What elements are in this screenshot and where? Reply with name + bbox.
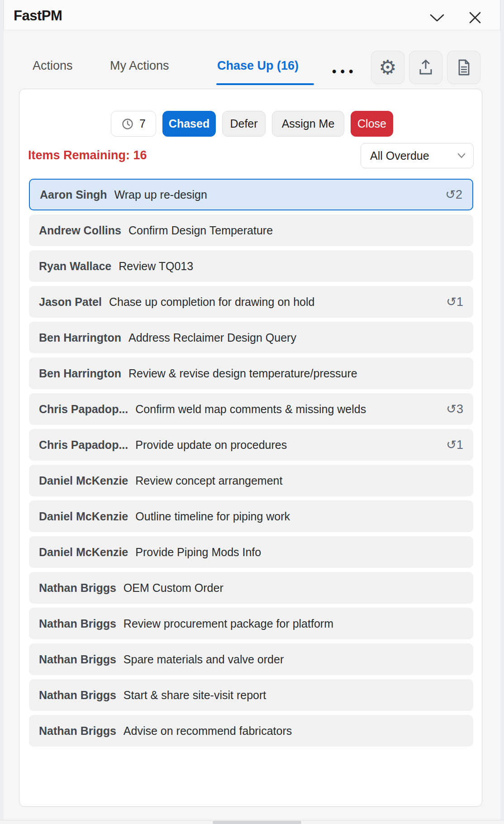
clock-icon [121, 118, 134, 130]
task-text: Review & revise design temperature/press… [128, 367, 463, 380]
list-item[interactable]: Nathan BriggsSpare materials and valve o… [29, 643, 473, 675]
chase-timer-count: 7 [139, 117, 146, 130]
task-text: Advise on recommend fabricators [124, 724, 463, 738]
app-title: FastPM [14, 8, 62, 24]
share-export-button[interactable] [409, 51, 442, 84]
task-text: Review TQ013 [119, 260, 463, 273]
list-item[interactable]: Aaron SinghWrap up re-design↺2 [29, 179, 473, 210]
assignee-name: Daniel McKenzie [39, 474, 128, 487]
assignee-name: Aaron Singh [40, 188, 107, 201]
task-text: Spare materials and valve order [124, 653, 463, 666]
chased-button[interactable]: Chased [162, 111, 216, 137]
tab-my-actions[interactable]: My Actions [110, 59, 169, 73]
assignee-name: Daniel McKenzie [39, 510, 128, 523]
overdue-filter-dropdown[interactable]: All Overdue [361, 143, 474, 168]
task-text: Provide Piping Mods Info [135, 546, 463, 559]
active-tab-underline [216, 83, 314, 85]
document-icon [454, 58, 473, 77]
list-item[interactable]: Nathan BriggsAdvise on recommend fabrica… [29, 715, 473, 747]
list-item[interactable]: Ryan WallaceReview TQ013 [29, 250, 473, 282]
list-item[interactable]: Daniel McKenzieReview concept arrangemen… [29, 465, 473, 496]
assignee-name: Jason Patel [39, 295, 102, 309]
scrollbar-thumb[interactable] [213, 821, 301, 824]
close-icon [468, 11, 482, 24]
assignee-name: Nathan Briggs [39, 689, 116, 702]
task-text: Review concept arrangement [135, 474, 463, 487]
share-upload-icon [416, 58, 435, 77]
app-root: FastPM Actions My Actions Chase Up (16) … [0, 0, 504, 824]
dropdown-chevron-icon [457, 152, 466, 159]
task-text: Confirm Design Temperature [128, 224, 463, 237]
settings-button[interactable]: ⚙ [371, 51, 404, 84]
list-item[interactable]: Ben HarringtonAddress Reclaimer Design Q… [29, 322, 473, 353]
assignee-name: Ben Harrington [39, 367, 121, 380]
chase-count-badge: ↺1 [446, 295, 463, 309]
gear-icon: ⚙ [379, 57, 396, 77]
assignee-name: Chris Papadop... [39, 403, 128, 416]
list-item[interactable]: Nathan BriggsOEM Custom Order [29, 572, 473, 604]
list-item[interactable]: Nathan BriggsStart & share site-visit re… [29, 679, 473, 711]
assignee-name: Nathan Briggs [39, 724, 116, 738]
chase-count-badge: ↺3 [446, 402, 463, 416]
task-text: Provide update on procedures [135, 438, 446, 452]
list-item[interactable]: Jason PatelChase up completion for drawi… [29, 286, 473, 318]
overdue-filter-value: All Overdue [370, 149, 457, 162]
horizontal-scrollbar[interactable] [0, 820, 504, 824]
chase-count-badge: ↺2 [445, 187, 462, 202]
assignee-name: Nathan Briggs [39, 653, 116, 666]
assignee-name: Andrew Collins [39, 224, 121, 237]
chevron-down-icon [429, 12, 445, 23]
more-tabs-button[interactable]: ••• [332, 65, 357, 79]
assignee-name: Nathan Briggs [39, 581, 116, 595]
tab-chase-up[interactable]: Chase Up (16) [217, 59, 299, 73]
assignee-name: Nathan Briggs [39, 617, 116, 630]
items-remaining-label: Items Remaining: 16 [28, 148, 147, 162]
assignee-name: Chris Papadop... [39, 438, 128, 452]
task-text: Start & share site-visit report [124, 689, 463, 702]
defer-button[interactable]: Defer [222, 111, 266, 137]
chase-up-list: Aaron SinghWrap up re-design↺2Andrew Col… [29, 179, 473, 751]
list-item[interactable]: Chris Papadop...Confirm weld map comment… [29, 393, 473, 425]
action-bar: 7 Chased Defer Assign Me Close [0, 111, 504, 137]
close-item-button[interactable]: Close [351, 111, 393, 137]
assignee-name: Ben Harrington [39, 331, 121, 344]
tab-actions[interactable]: Actions [33, 59, 73, 73]
task-text: Chase up completion for drawing on hold [109, 295, 446, 309]
task-text: Confirm weld map comments & missing weld… [135, 403, 446, 416]
report-button[interactable] [447, 51, 480, 84]
list-item[interactable]: Daniel McKenzieProvide Piping Mods Info [29, 536, 473, 568]
list-item[interactable]: Andrew CollinsConfirm Design Temperature [29, 214, 473, 246]
task-text: Wrap up re-design [114, 188, 446, 201]
list-item[interactable]: Chris Papadop...Provide update on proced… [29, 429, 473, 461]
task-text: Address Reclaimer Design Query [128, 331, 463, 344]
task-text: OEM Custom Order [124, 581, 463, 595]
assignee-name: Ryan Wallace [39, 260, 111, 273]
list-item[interactable]: Nathan BriggsReview procurement package … [29, 608, 473, 639]
task-text: Outline timeline for piping work [135, 510, 463, 523]
list-item[interactable]: Ben HarringtonReview & revise design tem… [29, 357, 473, 389]
chase-count-badge: ↺1 [446, 438, 463, 452]
assignee-name: Daniel McKenzie [39, 546, 128, 559]
chase-timer-button[interactable]: 7 [111, 111, 156, 137]
collapse-button[interactable] [428, 10, 446, 25]
close-window-button[interactable] [466, 10, 484, 25]
list-item[interactable]: Daniel McKenzieOutline timeline for pipi… [29, 500, 473, 532]
assign-me-button[interactable]: Assign Me [272, 111, 344, 137]
task-text: Review procurement package for platform [124, 617, 463, 630]
